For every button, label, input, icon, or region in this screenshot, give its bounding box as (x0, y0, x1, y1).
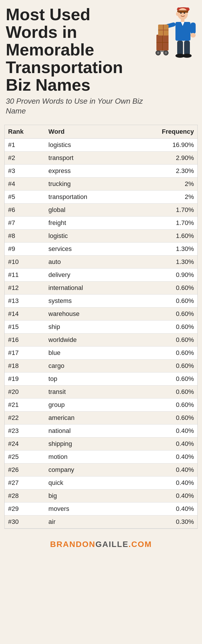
frequency-cell: 2% (127, 191, 197, 204)
table-header-row: Rank Word Frequency (5, 125, 197, 139)
frequency-cell: 0.60% (127, 321, 197, 334)
table-row: #11delivery0.90% (5, 269, 197, 282)
table-row: #15ship0.60% (5, 321, 197, 334)
brand-brandon: BRANDON (50, 540, 96, 549)
word-cell: systems (45, 295, 127, 308)
rank-cell: #13 (5, 295, 45, 308)
rank-cell: #21 (5, 399, 45, 412)
table-row: #28big0.40% (5, 489, 197, 502)
frequency-cell: 0.60% (127, 282, 197, 295)
table-row: #27quick0.40% (5, 477, 197, 489)
frequency-cell: 0.60% (127, 360, 197, 373)
svg-point-6 (176, 12, 179, 16)
rank-cell: #17 (5, 347, 45, 360)
word-cell: global (45, 204, 127, 217)
table-row: #17blue0.60% (5, 347, 197, 360)
col-rank: Rank (5, 125, 45, 139)
rank-cell: #6 (5, 204, 45, 217)
word-cell: movers (45, 502, 127, 515)
rank-cell: #2 (5, 152, 45, 165)
svg-rect-7 (181, 19, 184, 22)
word-cell: trucking (45, 178, 127, 191)
header-section: Most Used Words in Memorable Transportat… (0, 0, 202, 119)
frequency-cell: 0.60% (127, 308, 197, 321)
word-cell: freight (45, 217, 127, 230)
svg-point-2 (177, 8, 188, 20)
word-cell: motion (45, 451, 127, 464)
footer-brand: BRANDONGAILLE.COM (0, 535, 202, 552)
frequency-cell: 2% (127, 178, 197, 191)
rank-cell: #22 (5, 412, 45, 425)
frequency-cell: 0.40% (127, 451, 197, 464)
svg-point-14 (190, 33, 196, 38)
rank-cell: #26 (5, 464, 45, 477)
brand-dotcom: .COM (128, 540, 152, 549)
table-row: #7freight1.70% (5, 217, 197, 230)
word-cell: big (45, 489, 127, 502)
word-cell: transport (45, 152, 127, 165)
rank-cell: #27 (5, 477, 45, 489)
rank-cell: #29 (5, 502, 45, 515)
frequency-cell: 0.60% (127, 412, 197, 425)
frequency-cell: 1.60% (127, 230, 197, 243)
rank-cell: #12 (5, 282, 45, 295)
rank-cell: #19 (5, 373, 45, 386)
word-cell: ship (45, 321, 127, 334)
rank-cell: #20 (5, 386, 45, 399)
table-row: #3express2.30% (5, 165, 197, 178)
svg-point-24 (165, 52, 167, 54)
table-row: #13systems0.60% (5, 295, 197, 308)
frequency-cell: 0.40% (127, 502, 197, 515)
word-cell: air (45, 515, 127, 528)
frequency-cell: 0.40% (127, 438, 197, 451)
frequency-cell: 0.40% (127, 477, 197, 489)
rank-cell: #7 (5, 217, 45, 230)
frequency-cell: 0.40% (127, 425, 197, 438)
rank-cell: #1 (5, 139, 45, 152)
word-cell: blue (45, 347, 127, 360)
main-title: Most Used Words in Memorable Transportat… (6, 6, 144, 94)
table-row: #23national0.40% (5, 425, 197, 438)
word-cell: logistic (45, 230, 127, 243)
table-row: #4trucking2% (5, 178, 197, 191)
col-frequency: Frequency (127, 125, 197, 139)
svg-point-5 (184, 12, 185, 14)
word-cell: national (45, 425, 127, 438)
rank-cell: #11 (5, 269, 45, 282)
word-cell: cargo (45, 360, 127, 373)
svg-rect-13 (190, 23, 196, 34)
table-row: #8logistic1.60% (5, 230, 197, 243)
table-row: #30air0.30% (5, 515, 197, 528)
rank-cell: #23 (5, 425, 45, 438)
words-table: Rank Word Frequency #1logistics16.90%#2t… (5, 125, 197, 528)
frequency-cell: 0.60% (127, 295, 197, 308)
word-cell: express (45, 165, 127, 178)
frequency-cell: 1.30% (127, 256, 197, 269)
frequency-cell: 0.30% (127, 515, 197, 528)
frequency-cell: 0.60% (127, 399, 197, 412)
frequency-cell: 0.60% (127, 347, 197, 360)
table-row: #16worldwide0.60% (5, 334, 197, 347)
delivery-illustration (153, 3, 199, 58)
table-row: #25motion0.40% (5, 451, 197, 464)
word-cell: company (45, 464, 127, 477)
svg-rect-16 (184, 41, 190, 55)
frequency-cell: 0.60% (127, 373, 197, 386)
word-cell: international (45, 282, 127, 295)
svg-point-22 (157, 52, 159, 54)
rank-cell: #5 (5, 191, 45, 204)
frequency-cell: 0.60% (127, 386, 197, 399)
word-cell: transportation (45, 191, 127, 204)
word-cell: top (45, 373, 127, 386)
frequency-cell: 16.90% (127, 139, 197, 152)
rank-cell: #4 (5, 178, 45, 191)
svg-rect-3 (177, 10, 188, 13)
frequency-cell: 2.90% (127, 152, 197, 165)
rank-cell: #25 (5, 451, 45, 464)
rank-cell: #9 (5, 243, 45, 256)
svg-point-18 (182, 54, 192, 58)
word-cell: quick (45, 477, 127, 489)
col-word: Word (45, 125, 127, 139)
frequency-cell: 1.30% (127, 243, 197, 256)
rank-cell: #18 (5, 360, 45, 373)
